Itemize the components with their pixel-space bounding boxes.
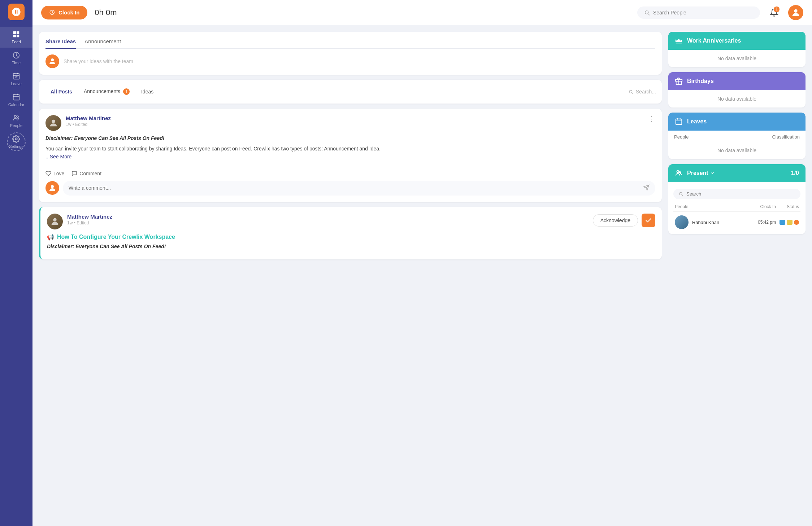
post-2-time: 1w • Edited (67, 220, 589, 225)
birthdays-body: No data available (668, 90, 806, 108)
sidebar-item-calendar[interactable]: Calendar (0, 89, 32, 110)
search-bar (637, 6, 760, 19)
present-title: Present (687, 170, 708, 176)
ack-check-button[interactable] (642, 214, 655, 227)
sidebar: Feed Time Leave Calendar People Settings (0, 0, 32, 526)
tab-announcement[interactable]: Announcement (84, 38, 121, 49)
crown-icon (675, 37, 683, 45)
search-input[interactable] (653, 10, 754, 16)
home-status-icon (780, 220, 785, 225)
present-people-icon (675, 169, 683, 177)
main-content: Clock In 0h 0m 1 Share Ideas Announcemen… (32, 0, 812, 526)
leaves-title: Leaves (687, 118, 707, 125)
anniversaries-no-data: No data available (717, 56, 756, 61)
post-1-author: Matthew Martinez (66, 115, 644, 121)
love-label: Love (53, 171, 64, 176)
birthdays-no-data: No data available (717, 96, 756, 102)
person-clock-in: 05:42 pm (758, 220, 776, 225)
svg-point-7 (52, 120, 55, 123)
comment-send-button[interactable] (643, 184, 650, 192)
svg-point-5 (794, 9, 797, 12)
user-avatar[interactable] (788, 5, 803, 20)
post-2-actions-row: Acknowledge (593, 214, 655, 227)
present-clockin-col-header: Clock In (760, 204, 776, 209)
post-2-author: Matthew Martinez (67, 214, 589, 220)
svg-rect-1 (13, 74, 19, 79)
chevron-down-icon (710, 171, 715, 176)
post-2-meta: Matthew Martinez 1w • Edited (67, 214, 589, 225)
person-avatar (675, 215, 689, 229)
comment-button[interactable]: Comment (71, 171, 101, 176)
post-2-title: 📢 How To Configure Your Crewlix Workspac… (47, 234, 655, 241)
sidebar-item-feed[interactable]: Feed (0, 27, 32, 48)
comment-icon (71, 171, 77, 176)
svg-point-4 (17, 116, 18, 118)
leaves-people-col: People (674, 134, 689, 140)
check-icon (645, 217, 652, 224)
present-search-input[interactable] (686, 191, 795, 197)
leaves-header: Leaves (668, 113, 806, 131)
tab-share-ideas[interactable]: Share Ideas (45, 38, 76, 49)
share-tabs: Share Ideas Announcement (45, 38, 655, 49)
share-input-row: Share your ideas with the team (45, 54, 655, 68)
anniversaries-body: No data available (668, 50, 806, 67)
sidebar-item-settings[interactable]: Settings (0, 131, 32, 152)
post-1-header: Matthew Martinez 1w • Edited ⋮ (45, 115, 655, 131)
leaves-widget: Leaves People Classification No data ava… (668, 113, 806, 159)
share-ideas-card: Share Ideas Announcement Share your idea… (39, 32, 662, 75)
present-count: 1/0 (791, 170, 799, 176)
share-placeholder[interactable]: Share your ideas with the team (64, 58, 133, 64)
person-status-icons (780, 220, 799, 225)
post-1-more-btn[interactable]: ⋮ (648, 115, 655, 122)
filter-search-label: Search... (636, 89, 656, 95)
post-1-title: Disclaimer: Everyone Can See All Posts O… (45, 135, 655, 141)
present-search-icon (678, 191, 683, 197)
notification-button[interactable]: 1 (767, 6, 781, 19)
svg-point-9 (53, 218, 56, 221)
send-icon (643, 184, 650, 191)
post-1-body: You can invite your team to start collab… (45, 145, 655, 161)
svg-point-3 (14, 115, 17, 118)
logo[interactable] (8, 4, 25, 20)
timer-display: 0h 0m (95, 8, 117, 17)
filter-announcements[interactable]: Announcements 1 (78, 86, 135, 97)
present-people-col-header: People (675, 204, 688, 209)
post-2-avatar (47, 214, 63, 229)
leaves-no-data: No data available (717, 148, 756, 153)
comment-input-field[interactable] (69, 185, 640, 191)
sidebar-item-calendar-label: Calendar (8, 102, 25, 107)
commenter-avatar (45, 181, 59, 195)
heart-icon (45, 171, 51, 176)
svg-rect-2 (13, 95, 19, 100)
sidebar-item-leave[interactable]: Leave (0, 69, 32, 89)
post-1-see-more[interactable]: ...See More (45, 154, 71, 159)
share-user-avatar (45, 54, 59, 68)
sidebar-item-people[interactable]: People (0, 110, 32, 131)
post-1: Matthew Martinez 1w • Edited ⋮ Disclaime… (39, 109, 662, 202)
filter-ideas[interactable]: Ideas (135, 87, 159, 97)
leaves-classification-col: Classification (772, 134, 800, 140)
calendar-leave-icon (675, 118, 683, 126)
svg-point-6 (51, 58, 54, 61)
svg-rect-10 (676, 119, 682, 125)
comment-input-wrapper (63, 181, 655, 196)
left-column: Share Ideas Announcement Share your idea… (39, 32, 662, 520)
clock-in-button[interactable]: Clock In (41, 6, 87, 19)
post-1-actions: Love Comment (45, 166, 655, 176)
sidebar-item-leave-label: Leave (11, 82, 22, 86)
post-1-avatar (45, 115, 61, 131)
present-dropdown[interactable]: Present (687, 170, 715, 176)
filter-all-posts[interactable]: All Posts (45, 87, 78, 97)
search-icon (644, 9, 650, 16)
comment-row (45, 181, 655, 196)
svg-point-11 (677, 171, 679, 173)
acknowledge-button[interactable]: Acknowledge (593, 214, 638, 227)
leaves-subheader: People Classification (668, 131, 806, 142)
love-button[interactable]: Love (45, 171, 64, 176)
clock-in-label: Clock In (58, 9, 79, 16)
post-2-header: Matthew Martinez 1w • Edited Acknowledge (47, 214, 655, 229)
sidebar-item-time[interactable]: Time (0, 48, 32, 69)
filter-search[interactable]: Search... (628, 89, 656, 95)
right-column: Work Anniversaries No data available Bir… (668, 32, 806, 520)
filter-bar: All Posts Announcements 1 Ideas Search..… (45, 83, 656, 101)
